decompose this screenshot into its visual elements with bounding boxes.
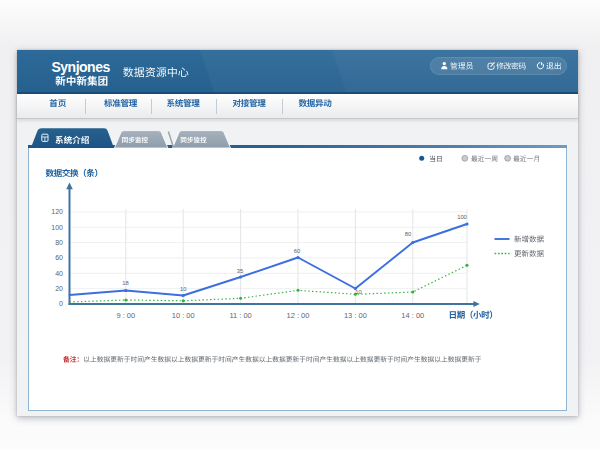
svg-text:20: 20 <box>55 285 63 292</box>
svg-text:0: 0 <box>59 300 63 307</box>
svg-text:60: 60 <box>55 254 63 261</box>
svg-text:11 : 00: 11 : 00 <box>229 311 251 320</box>
svg-text:10 : 00: 10 : 00 <box>172 311 195 320</box>
svg-text:100: 100 <box>457 214 467 220</box>
svg-text:40: 40 <box>55 270 63 277</box>
svg-text:80: 80 <box>55 239 63 246</box>
svg-text:120: 120 <box>51 208 63 215</box>
svg-text:18: 18 <box>122 280 128 286</box>
svg-text:9 : 00: 9 : 00 <box>116 311 135 320</box>
svg-text:60: 60 <box>294 248 300 254</box>
svg-text:10: 10 <box>355 289 361 295</box>
svg-text:13 : 00: 13 : 00 <box>344 311 367 320</box>
svg-text:12 : 00: 12 : 00 <box>287 311 310 320</box>
svg-text:14 : 00: 14 : 00 <box>401 311 424 320</box>
svg-text:35: 35 <box>237 268 243 274</box>
svg-text:100: 100 <box>51 224 63 231</box>
svg-text:10: 10 <box>180 286 186 292</box>
svg-text:80: 80 <box>405 231 411 237</box>
